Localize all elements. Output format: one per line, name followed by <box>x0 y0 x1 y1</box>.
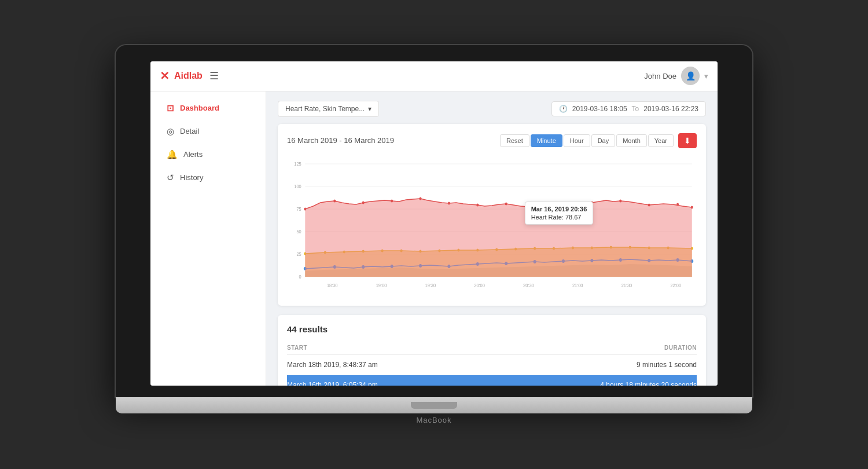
user-name: John Doe <box>644 72 676 80</box>
time-btn-month[interactable]: Month <box>616 134 647 147</box>
main-content: Heart Rate, Skin Tempe... ▾ 🕐 2019-03-16… <box>266 91 718 386</box>
table-row[interactable]: March 18th 2019, 8:48:37 am 9 minutes 1 … <box>287 354 697 375</box>
sensor-select-label: Heart Rate, Skin Tempe... <box>285 105 365 113</box>
laptop-base <box>116 397 752 413</box>
table-row[interactable]: March 16th 2019, 6:05:34 pm 4 hours 18 m… <box>287 375 697 386</box>
app-logo: ✕ Aidlab <box>160 69 203 83</box>
svg-point-58 <box>362 201 365 204</box>
logo-icon: ✕ <box>160 69 170 83</box>
table-header-row: START DURATION <box>287 341 697 355</box>
alerts-icon: 🔔 <box>167 149 178 160</box>
svg-text:19:00: 19:00 <box>376 283 387 288</box>
svg-text:0: 0 <box>299 274 301 280</box>
svg-text:50: 50 <box>296 229 301 235</box>
svg-text:22:00: 22:00 <box>671 283 682 288</box>
svg-point-63 <box>505 202 507 205</box>
svg-text:20:00: 20:00 <box>474 283 485 288</box>
laptop-screen: ✕ Aidlab ☰ John Doe 👤 ▾ ⊡ Dashboard <box>150 61 718 386</box>
time-btn-year[interactable]: Year <box>648 134 674 147</box>
row-duration: 4 hours 18 minutes 20 seconds <box>486 375 697 386</box>
chart-header: 16 March 2019 - 16 March 2019 Reset Minu… <box>287 133 697 148</box>
avatar: 👤 <box>681 67 700 85</box>
app-header: ✕ Aidlab ☰ John Doe 👤 ▾ <box>150 61 718 91</box>
svg-text:19:30: 19:30 <box>425 283 436 288</box>
svg-point-67 <box>591 201 593 204</box>
chart-svg: 125 100 75 50 25 0 <box>287 155 697 294</box>
reset-button[interactable]: Reset <box>500 134 529 147</box>
laptop-bezel: ✕ Aidlab ☰ John Doe 👤 ▾ ⊡ Dashboard <box>116 45 752 397</box>
svg-text:100: 100 <box>294 184 301 189</box>
macbook-label: MacBook <box>116 416 752 424</box>
time-btn-day[interactable]: Day <box>591 134 616 147</box>
history-icon: ↺ <box>167 173 174 183</box>
clock-icon: 🕐 <box>559 105 568 113</box>
date-to: 2019-03-16 22:23 <box>643 105 698 113</box>
svg-text:125: 125 <box>294 161 301 167</box>
sensor-dropdown-icon: ▾ <box>368 105 372 113</box>
svg-point-71 <box>691 206 693 208</box>
results-table: START DURATION March 18th 2019, 8:48:37 … <box>287 341 697 386</box>
svg-point-56 <box>304 207 306 210</box>
chart-area: 125 100 75 50 25 0 <box>287 155 697 296</box>
svg-point-69 <box>648 203 650 206</box>
laptop-notch <box>411 402 457 409</box>
date-to-label: To <box>632 105 639 113</box>
date-from: 2019-03-16 18:05 <box>572 105 627 113</box>
svg-text:21:00: 21:00 <box>572 283 583 288</box>
svg-point-64 <box>534 206 536 209</box>
svg-point-60 <box>419 197 421 200</box>
time-btn-hour[interactable]: Hour <box>564 134 590 147</box>
col-start: START <box>287 341 486 355</box>
user-dropdown-icon[interactable]: ▾ <box>704 72 708 80</box>
sidebar-label-alerts: Alerts <box>183 150 203 159</box>
svg-text:21:30: 21:30 <box>621 283 632 288</box>
sensor-select[interactable]: Heart Rate, Skin Tempe... ▾ <box>278 101 379 117</box>
svg-point-66 <box>527 204 531 209</box>
sidebar-label-dashboard: Dashboard <box>180 104 219 112</box>
sidebar-label-history: History <box>180 173 203 182</box>
date-range: 🕐 2019-03-16 18:05 To 2019-03-16 22:23 <box>551 101 706 116</box>
row-duration: 9 minutes 1 second <box>486 354 697 375</box>
svg-text:20:30: 20:30 <box>523 283 534 288</box>
svg-point-65 <box>562 206 564 208</box>
laptop-outer: ✕ Aidlab ☰ John Doe 👤 ▾ ⊡ Dashboard <box>116 45 752 424</box>
detail-icon: ◎ <box>167 126 174 137</box>
row-start: March 18th 2019, 8:48:37 am <box>287 354 486 375</box>
sidebar-item-detail[interactable]: ◎ Detail <box>155 120 261 142</box>
download-button[interactable]: ⬇ <box>678 133 697 148</box>
sidebar-item-dashboard[interactable]: ⊡ Dashboard <box>155 97 261 119</box>
time-btn-minute[interactable]: Minute <box>531 134 562 147</box>
svg-point-68 <box>619 199 621 202</box>
svg-point-70 <box>676 203 679 206</box>
svg-point-57 <box>333 199 336 202</box>
header-right: John Doe 👤 ▾ <box>644 67 708 85</box>
col-duration: DURATION <box>486 341 697 355</box>
logo-text: Aidlab <box>174 71 203 81</box>
row-start: March 16th 2019, 6:05:34 pm <box>287 375 486 386</box>
sidebar-item-history[interactable]: ↺ History <box>155 167 261 189</box>
svg-text:75: 75 <box>296 206 301 212</box>
sidebar: ⊡ Dashboard ◎ Detail 🔔 Alerts ↺ History <box>150 91 266 386</box>
chart-container: 16 March 2019 - 16 March 2019 Reset Minu… <box>278 124 706 306</box>
hamburger-icon[interactable]: ☰ <box>209 69 219 82</box>
svg-point-59 <box>391 199 393 202</box>
app-body: ⊡ Dashboard ◎ Detail 🔔 Alerts ↺ History <box>150 91 718 386</box>
svg-text:18:30: 18:30 <box>327 283 338 288</box>
dashboard-icon: ⊡ <box>167 103 174 113</box>
sidebar-item-alerts[interactable]: 🔔 Alerts <box>155 144 261 166</box>
controls-bar: Heart Rate, Skin Tempe... ▾ 🕐 2019-03-16… <box>278 101 706 117</box>
svg-text:25: 25 <box>296 251 301 257</box>
time-controls: Reset Minute Hour Day Month Year ⬇ <box>500 133 697 148</box>
chart-title: 16 March 2019 - 16 March 2019 <box>287 136 500 145</box>
results-count: 44 results <box>287 324 697 334</box>
results-section: 44 results START DURATION March 18th 201… <box>278 315 706 386</box>
svg-point-61 <box>448 201 450 204</box>
sidebar-label-detail: Detail <box>180 127 199 135</box>
svg-point-62 <box>476 203 479 206</box>
